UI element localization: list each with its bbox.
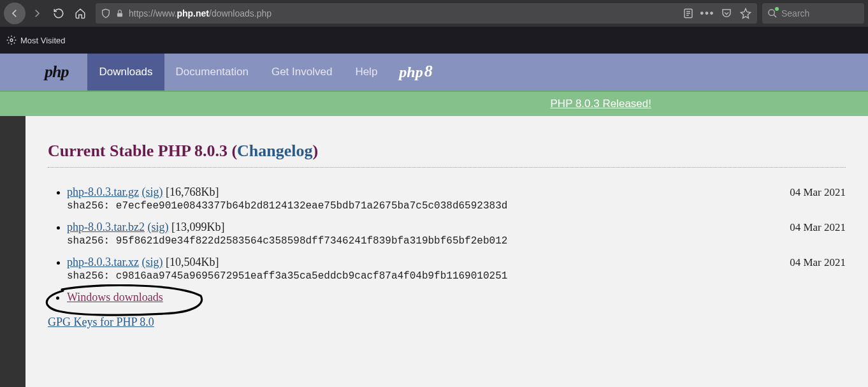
windows-downloads-item: Windows downloads [67, 291, 846, 304]
download-sha: sha256: e7ecfee901e0843377b64b2d8124132e… [67, 200, 846, 212]
nav-downloads[interactable]: Downloads [87, 54, 164, 91]
svg-rect-0 [117, 13, 122, 17]
back-button[interactable] [4, 3, 25, 24]
lock-icon[interactable] [115, 8, 125, 18]
download-item: php-8.0.3.tar.bz2 (sig) [13,099Kb] 04 Ma… [67, 221, 846, 247]
gpg-keys-link[interactable]: GPG Keys for PHP 8.0 [48, 316, 154, 328]
more-icon[interactable]: ••• [701, 8, 714, 19]
download-sha: sha256: c9816aa9745a9695672951eaff3a35ca… [67, 270, 846, 282]
home-button[interactable] [70, 3, 90, 24]
download-size: [16,768Kb] [166, 186, 219, 198]
download-item: php-8.0.3.tar.gz (sig) [16,768Kb] 04 Mar… [67, 186, 846, 212]
gpg-keys: GPG Keys for PHP 8.0 [48, 316, 846, 329]
download-size: [13,099Kb] [171, 221, 225, 233]
url-bar[interactable]: https://www.php.net/downloads.php ••• [96, 3, 757, 24]
download-file-link[interactable]: php-8.0.3.tar.bz2 [67, 221, 145, 233]
nav-documentation[interactable]: Documentation [164, 54, 260, 91]
main-content: Current Stable PHP 8.0.3 (Changelog) php… [25, 116, 868, 387]
download-sig-link[interactable]: (sig) [147, 221, 168, 233]
announcement-bar: PHP 8.0.3 Released! [0, 91, 868, 116]
url-actions: ••• [682, 8, 752, 19]
reader-icon[interactable] [682, 8, 695, 19]
left-gutter [0, 116, 25, 387]
svg-point-7 [10, 39, 13, 41]
windows-downloads-link[interactable]: Windows downloads [67, 291, 163, 303]
browser-toolbar: https://www.php.net/downloads.php ••• Se… [0, 0, 868, 27]
page-viewport: php Downloads Documentation Get Involved… [0, 54, 868, 387]
download-size: [10,504Kb] [166, 256, 219, 268]
download-file-link[interactable]: php-8.0.3.tar.gz [67, 186, 139, 198]
download-sig-link[interactable]: (sig) [141, 186, 163, 198]
star-icon[interactable] [739, 8, 752, 19]
search-bar[interactable]: Search [762, 3, 864, 24]
search-icon [767, 8, 778, 18]
changelog-link[interactable]: Changelog [237, 142, 312, 160]
download-date: 04 Mar 2021 [790, 256, 846, 269]
bookmarks-bar: Most Visited [0, 27, 868, 54]
url-text: https://www.php.net/downloads.php [129, 8, 678, 18]
bookmark-most-visited[interactable]: Most Visited [20, 36, 66, 45]
pocket-icon[interactable] [720, 8, 733, 19]
download-list: php-8.0.3.tar.gz (sig) [16,768Kb] 04 Mar… [48, 186, 846, 304]
php8-badge[interactable]: php8 [399, 62, 432, 82]
reload-button[interactable] [48, 3, 69, 24]
download-sig-link[interactable]: (sig) [141, 256, 163, 268]
download-item: php-8.0.3.tar.xz (sig) [10,504Kb] 04 Mar… [67, 256, 846, 282]
download-file-link[interactable]: php-8.0.3.tar.xz [67, 256, 139, 268]
svg-line-6 [774, 15, 776, 17]
forward-button[interactable] [27, 3, 47, 24]
section-title: Current Stable PHP 8.0.3 (Changelog) [48, 142, 846, 168]
nav-help[interactable]: Help [344, 54, 389, 91]
nav-get-involved[interactable]: Get Involved [260, 54, 344, 91]
announcement-link[interactable]: PHP 8.0.3 Released! [551, 98, 651, 110]
download-date: 04 Mar 2021 [790, 221, 846, 234]
shield-icon[interactable] [101, 8, 111, 18]
download-date: 04 Mar 2021 [790, 186, 846, 199]
download-sha: sha256: 95f8621d9e34f822d2583564c358598d… [67, 235, 846, 247]
php-logo[interactable]: php [45, 62, 68, 82]
site-nav: php Downloads Documentation Get Involved… [0, 54, 868, 91]
svg-point-5 [769, 10, 774, 15]
gear-icon[interactable] [6, 35, 17, 45]
search-placeholder: Search [781, 8, 809, 18]
